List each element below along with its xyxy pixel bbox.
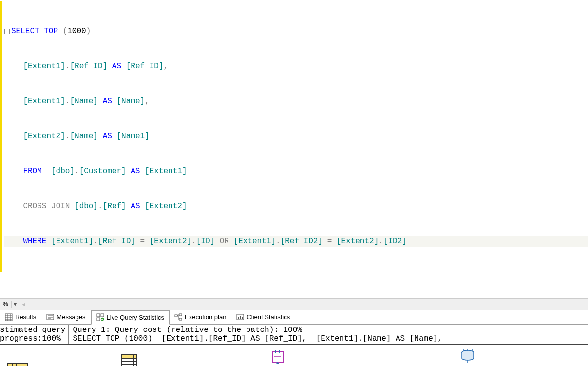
messages-icon [46,313,54,321]
query-summary-row: stimated query progress:100% Query 1: Qu… [0,325,588,345]
clustered-index-scan-icon [385,349,550,363]
svg-rect-10 [97,314,100,317]
tab-exec-label: Execution plan [185,313,226,321]
tab-live-label: Live Query Statistics [107,314,165,321]
svg-rect-20 [242,317,243,319]
zoom-status-bar: % ▾ ◂ [0,298,588,310]
plan-node-top[interactable]: Top 0:03:14 1000 of 1000 (100%) [88,354,171,366]
tab-live-query-stats[interactable]: Live Query Statistics [91,310,170,325]
tab-results[interactable]: Results [0,310,41,324]
change-indicator-bar [0,1,2,272]
results-tabs: Results Messages Live Query Statistics E… [0,310,588,325]
tab-messages[interactable]: Messages [41,310,91,324]
tab-messages-label: Messages [57,313,85,321]
execution-plan-icon [174,313,182,321]
live-stats-icon [96,313,104,321]
kw-select: SELECT [11,27,39,36]
zoom-dropdown[interactable]: ▾ [11,301,19,308]
results-grid-icon [5,313,13,321]
tab-client-label: Client Statistics [247,313,290,321]
collapse-toggle-icon[interactable]: − [4,29,10,34]
nested-loops-icon [231,349,324,364]
svg-rect-12 [97,318,100,321]
zoom-percent-label: % [0,301,11,308]
query-summary-text: Query 1: Query cost (relative to the bat… [69,325,442,344]
svg-rect-18 [238,317,239,319]
tab-client-statistics[interactable]: Client Statistics [231,310,295,324]
plan-node-scan-customer[interactable]: Clustered Index Scan (Clustered) [Custom… [385,349,550,366]
sql-code[interactable]: −SELECT TOP (1000) [Extent1].[Ref_ID] AS… [3,1,588,272]
svg-rect-21 [272,351,283,362]
svg-rect-11 [101,314,104,317]
svg-rect-15 [179,314,182,316]
client-stats-icon [236,313,244,321]
svg-rect-14 [175,315,177,317]
scroll-left-stub[interactable]: ◂ [19,301,28,308]
tab-execution-plan[interactable]: Execution plan [170,310,231,324]
select-result-icon [7,363,28,366]
sql-editor[interactable]: −SELECT TOP (1000) [Extent1].[Ref_ID] AS… [0,0,588,272]
top-operator-icon [121,354,137,366]
execution-plan-canvas[interactable]: SELECT :03:14 Top 0:03:14 1000 of 1000 (… [0,345,588,366]
svg-rect-19 [240,316,241,319]
tab-results-label: Results [15,313,36,321]
query-progress-label: stimated query progress:100% [0,325,69,344]
svg-rect-16 [179,318,182,320]
plan-node-select[interactable]: SELECT :03:14 [0,363,35,366]
plan-node-nested-loops[interactable]: Nested Loops (Inner Join) 0:03:14 1000 o… [231,349,324,366]
